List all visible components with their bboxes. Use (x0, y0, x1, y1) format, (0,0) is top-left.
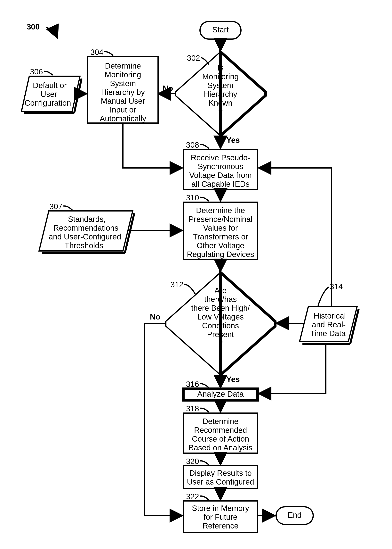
svg-text:306: 306 (30, 67, 43, 76)
svg-text:Determine: Determine (105, 62, 141, 70)
svg-text:Are: Are (214, 286, 227, 295)
n306-input: 306 Default or User Configuration (21, 67, 82, 113)
n307-input: 307 Standards, Recommendations and User-… (39, 202, 134, 253)
svg-text:316: 316 (186, 380, 199, 388)
svg-text:Default or: Default or (33, 81, 67, 90)
n302-decision: 302 Is Monitoring System Hierarchy Known… (176, 52, 265, 136)
svg-text:Voltage Data from: Voltage Data from (189, 171, 252, 179)
svg-text:User as Configured: User as Configured (187, 478, 254, 486)
svg-text:Known: Known (209, 99, 232, 107)
svg-text:Thresholds: Thresholds (65, 241, 103, 250)
svg-text:there/has: there/has (204, 295, 237, 304)
svg-text:Input or: Input or (110, 106, 136, 114)
figure-ref: 300 (27, 22, 40, 31)
svg-text:322: 322 (186, 492, 199, 501)
svg-text:there Been High/: there Been High/ (191, 304, 250, 312)
svg-text:Standards,: Standards, (68, 215, 105, 223)
svg-text:Transformers or: Transformers or (193, 232, 248, 241)
svg-text:Start: Start (212, 25, 229, 34)
svg-text:Synchronous: Synchronous (198, 162, 243, 171)
svg-text:System: System (110, 79, 136, 88)
svg-text:No: No (150, 313, 160, 321)
svg-text:Other Voltage: Other Voltage (197, 241, 245, 250)
svg-text:Time Data: Time Data (310, 329, 346, 338)
n312-decision: 312 Are there/has there Been High/ Low V… (166, 272, 275, 375)
svg-text:302: 302 (187, 54, 200, 62)
svg-text:Reference: Reference (203, 521, 239, 530)
svg-text:320: 320 (186, 457, 199, 466)
svg-text:Monitoring: Monitoring (105, 70, 141, 79)
svg-text:and User-Configured: and User-Configured (49, 232, 121, 241)
svg-text:System: System (207, 81, 233, 90)
svg-text:Yes: Yes (226, 375, 240, 384)
svg-text:Recommendations: Recommendations (53, 224, 119, 232)
svg-text:Hierarchy by: Hierarchy by (101, 88, 145, 96)
svg-text:318: 318 (186, 404, 199, 413)
svg-text:308: 308 (186, 141, 199, 149)
svg-text:Present: Present (207, 330, 234, 339)
svg-text:Configuration: Configuration (25, 99, 71, 107)
svg-text:304: 304 (90, 48, 103, 57)
svg-text:Yes: Yes (226, 136, 240, 144)
svg-text:Historical: Historical (314, 312, 346, 320)
svg-text:Recommended: Recommended (194, 426, 247, 434)
svg-text:Values for: Values for (203, 224, 238, 232)
svg-text:and Real-: and Real- (312, 320, 346, 329)
svg-text:312: 312 (170, 280, 183, 289)
svg-text:Conditions: Conditions (202, 321, 239, 330)
svg-text:all Capable IEDs: all Capable IEDs (191, 180, 250, 188)
svg-text:Determine: Determine (203, 417, 239, 426)
svg-text:Course of Action: Course of Action (192, 435, 249, 443)
svg-text:for Future: for Future (203, 513, 237, 521)
svg-text:Manual User: Manual User (101, 97, 145, 105)
svg-text:?: ? (218, 107, 223, 116)
n314-input: 314 Historical and Real- Time Data (300, 282, 359, 344)
n310-process: 310 Determine the Presence/Nominal Value… (183, 193, 258, 260)
start-node: Start (200, 21, 241, 39)
svg-text:End: End (288, 511, 301, 519)
svg-text:Is: Is (217, 64, 224, 72)
svg-text:Determine the: Determine the (196, 206, 245, 215)
svg-text:Automatically: Automatically (100, 114, 146, 123)
svg-text:Receive Pseudo-: Receive Pseudo- (191, 153, 250, 162)
svg-text:Low Voltages: Low Voltages (197, 313, 244, 321)
n304-process: 304 Determine Monitoring System Hierarch… (88, 48, 158, 123)
svg-text:307: 307 (49, 202, 63, 211)
svg-text:Based on Analysis: Based on Analysis (189, 443, 252, 452)
svg-text:User: User (41, 90, 57, 99)
svg-text:Analyze Data: Analyze Data (197, 390, 244, 398)
svg-text:Presence/Nominal: Presence/Nominal (189, 215, 252, 223)
svg-text:Monitoring: Monitoring (202, 72, 239, 81)
svg-text:310: 310 (186, 193, 199, 202)
end-node: End (276, 507, 313, 524)
svg-text:?: ? (218, 339, 223, 348)
svg-text:Hierarchy: Hierarchy (204, 90, 237, 99)
svg-text:No: No (162, 84, 173, 93)
svg-text:Store in Memory: Store in Memory (192, 504, 249, 513)
svg-text:Regulating Devices: Regulating Devices (187, 250, 254, 259)
svg-text:Display Results to: Display Results to (189, 469, 252, 477)
